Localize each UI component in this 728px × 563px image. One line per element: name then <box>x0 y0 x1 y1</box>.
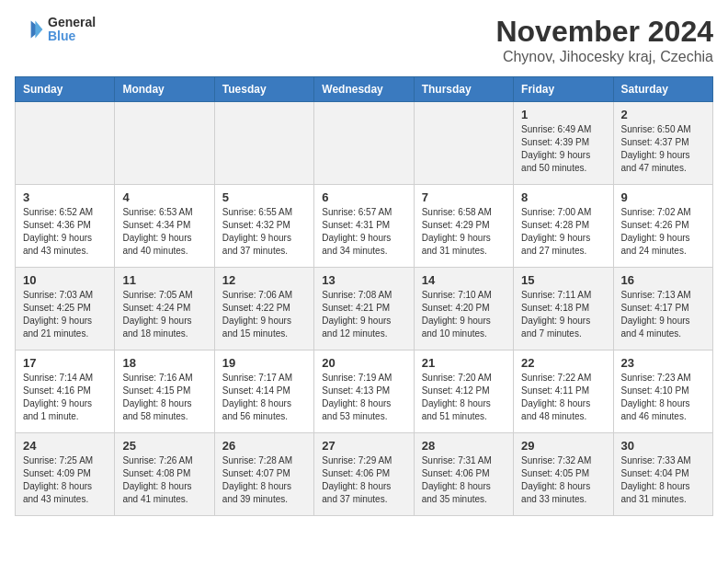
day-number: 19 <box>222 356 306 370</box>
day-info: Sunrise: 7:31 AM Sunset: 4:06 PM Dayligh… <box>422 454 506 506</box>
calendar-cell <box>414 102 513 185</box>
calendar-cell: 7Sunrise: 6:58 AM Sunset: 4:29 PM Daylig… <box>414 185 513 268</box>
day-number: 13 <box>322 273 405 287</box>
day-info: Sunrise: 7:33 AM Sunset: 4:04 PM Dayligh… <box>621 454 705 506</box>
day-info: Sunrise: 6:49 AM Sunset: 4:39 PM Dayligh… <box>521 123 605 175</box>
day-info: Sunrise: 7:29 AM Sunset: 4:06 PM Dayligh… <box>322 454 405 506</box>
day-info: Sunrise: 7:28 AM Sunset: 4:07 PM Dayligh… <box>222 454 306 506</box>
day-number: 25 <box>122 439 206 453</box>
day-info: Sunrise: 7:25 AM Sunset: 4:09 PM Dayligh… <box>23 454 107 506</box>
calendar-week-5: 24Sunrise: 7:25 AM Sunset: 4:09 PM Dayli… <box>16 433 713 516</box>
day-number: 2 <box>621 108 705 121</box>
day-info: Sunrise: 7:14 AM Sunset: 4:16 PM Dayligh… <box>23 372 107 423</box>
day-info: Sunrise: 7:17 AM Sunset: 4:14 PM Dayligh… <box>222 372 306 423</box>
calendar-cell: 15Sunrise: 7:11 AM Sunset: 4:18 PM Dayli… <box>514 268 613 350</box>
calendar-week-3: 10Sunrise: 7:03 AM Sunset: 4:25 PM Dayli… <box>16 268 713 350</box>
day-info: Sunrise: 7:16 AM Sunset: 4:15 PM Dayligh… <box>122 372 206 423</box>
day-number: 6 <box>322 190 405 204</box>
calendar-cell: 4Sunrise: 6:53 AM Sunset: 4:34 PM Daylig… <box>115 185 214 268</box>
logo-text: General Blue <box>48 16 96 44</box>
day-number: 21 <box>422 356 506 370</box>
day-info: Sunrise: 7:19 AM Sunset: 4:13 PM Dayligh… <box>322 372 405 423</box>
day-info: Sunrise: 7:00 AM Sunset: 4:28 PM Dayligh… <box>521 206 605 258</box>
day-number: 27 <box>322 439 405 453</box>
weekday-sunday: Sunday <box>16 77 115 102</box>
calendar-cell: 17Sunrise: 7:14 AM Sunset: 4:16 PM Dayli… <box>16 350 115 433</box>
calendar-cell <box>214 102 313 185</box>
calendar-cell: 16Sunrise: 7:13 AM Sunset: 4:17 PM Dayli… <box>613 268 712 350</box>
calendar-table: SundayMondayTuesdayWednesdayThursdayFrid… <box>15 76 713 516</box>
calendar-cell: 18Sunrise: 7:16 AM Sunset: 4:15 PM Dayli… <box>115 350 214 433</box>
day-number: 17 <box>23 356 107 370</box>
calendar-cell: 5Sunrise: 6:55 AM Sunset: 4:32 PM Daylig… <box>214 185 313 268</box>
calendar-cell: 26Sunrise: 7:28 AM Sunset: 4:07 PM Dayli… <box>214 433 313 516</box>
day-number: 3 <box>23 190 107 204</box>
weekday-wednesday: Wednesday <box>314 77 414 102</box>
calendar-cell: 13Sunrise: 7:08 AM Sunset: 4:21 PM Dayli… <box>314 268 414 350</box>
calendar-cell: 3Sunrise: 6:52 AM Sunset: 4:36 PM Daylig… <box>16 185 115 268</box>
calendar-cell: 19Sunrise: 7:17 AM Sunset: 4:14 PM Dayli… <box>214 350 313 433</box>
day-info: Sunrise: 7:10 AM Sunset: 4:20 PM Dayligh… <box>422 289 506 340</box>
calendar-week-2: 3Sunrise: 6:52 AM Sunset: 4:36 PM Daylig… <box>16 185 713 268</box>
weekday-saturday: Saturday <box>613 77 712 102</box>
day-number: 24 <box>23 439 107 453</box>
day-info: Sunrise: 7:26 AM Sunset: 4:08 PM Dayligh… <box>122 454 206 506</box>
logo: General Blue <box>15 15 96 44</box>
logo-icon <box>15 15 44 44</box>
day-info: Sunrise: 6:50 AM Sunset: 4:37 PM Dayligh… <box>621 123 705 175</box>
calendar-cell <box>115 102 214 185</box>
day-number: 14 <box>422 273 506 287</box>
calendar-cell: 6Sunrise: 6:57 AM Sunset: 4:31 PM Daylig… <box>314 185 414 268</box>
main-title: November 2024 <box>495 15 713 49</box>
day-info: Sunrise: 7:22 AM Sunset: 4:11 PM Dayligh… <box>521 372 605 423</box>
subtitle: Chynov, Jihocesky kraj, Czechia <box>495 49 713 65</box>
calendar-cell: 27Sunrise: 7:29 AM Sunset: 4:06 PM Dayli… <box>314 433 414 516</box>
day-info: Sunrise: 7:08 AM Sunset: 4:21 PM Dayligh… <box>322 289 405 340</box>
weekday-friday: Friday <box>514 77 613 102</box>
calendar-week-4: 17Sunrise: 7:14 AM Sunset: 4:16 PM Dayli… <box>16 350 713 433</box>
calendar-cell: 14Sunrise: 7:10 AM Sunset: 4:20 PM Dayli… <box>414 268 513 350</box>
logo-line1: General <box>48 16 96 29</box>
day-info: Sunrise: 6:52 AM Sunset: 4:36 PM Dayligh… <box>23 206 107 258</box>
day-number: 30 <box>621 439 705 453</box>
day-info: Sunrise: 6:53 AM Sunset: 4:34 PM Dayligh… <box>122 206 206 258</box>
day-number: 11 <box>122 273 206 287</box>
day-info: Sunrise: 7:23 AM Sunset: 4:10 PM Dayligh… <box>621 372 705 423</box>
weekday-header-row: SundayMondayTuesdayWednesdayThursdayFrid… <box>16 77 713 102</box>
day-number: 26 <box>222 439 306 453</box>
calendar-cell <box>314 102 414 185</box>
calendar-body: 1Sunrise: 6:49 AM Sunset: 4:39 PM Daylig… <box>16 102 713 516</box>
day-number: 9 <box>621 190 705 204</box>
day-info: Sunrise: 7:06 AM Sunset: 4:22 PM Dayligh… <box>222 289 306 340</box>
day-number: 22 <box>521 356 605 370</box>
day-number: 16 <box>621 273 705 287</box>
calendar-cell: 8Sunrise: 7:00 AM Sunset: 4:28 PM Daylig… <box>514 185 613 268</box>
day-number: 1 <box>521 108 605 121</box>
day-number: 12 <box>222 273 306 287</box>
weekday-tuesday: Tuesday <box>214 77 313 102</box>
day-info: Sunrise: 7:05 AM Sunset: 4:24 PM Dayligh… <box>122 289 206 340</box>
calendar-cell <box>16 102 115 185</box>
day-number: 8 <box>521 190 605 204</box>
calendar-cell: 10Sunrise: 7:03 AM Sunset: 4:25 PM Dayli… <box>16 268 115 350</box>
calendar-cell: 24Sunrise: 7:25 AM Sunset: 4:09 PM Dayli… <box>16 433 115 516</box>
page-header: General Blue November 2024 Chynov, Jihoc… <box>15 15 713 65</box>
calendar-cell: 20Sunrise: 7:19 AM Sunset: 4:13 PM Dayli… <box>314 350 414 433</box>
calendar-cell: 22Sunrise: 7:22 AM Sunset: 4:11 PM Dayli… <box>514 350 613 433</box>
day-number: 28 <box>422 439 506 453</box>
day-info: Sunrise: 7:11 AM Sunset: 4:18 PM Dayligh… <box>521 289 605 340</box>
day-number: 18 <box>122 356 206 370</box>
day-number: 4 <box>122 190 206 204</box>
day-info: Sunrise: 6:55 AM Sunset: 4:32 PM Dayligh… <box>222 206 306 258</box>
calendar-cell: 30Sunrise: 7:33 AM Sunset: 4:04 PM Dayli… <box>613 433 712 516</box>
day-number: 5 <box>222 190 306 204</box>
calendar-week-1: 1Sunrise: 6:49 AM Sunset: 4:39 PM Daylig… <box>16 102 713 185</box>
day-info: Sunrise: 6:58 AM Sunset: 4:29 PM Dayligh… <box>422 206 506 258</box>
weekday-thursday: Thursday <box>414 77 513 102</box>
day-number: 7 <box>422 190 506 204</box>
day-number: 20 <box>322 356 405 370</box>
day-info: Sunrise: 7:13 AM Sunset: 4:17 PM Dayligh… <box>621 289 705 340</box>
weekday-monday: Monday <box>115 77 214 102</box>
day-number: 10 <box>23 273 107 287</box>
calendar-cell: 2Sunrise: 6:50 AM Sunset: 4:37 PM Daylig… <box>613 102 712 185</box>
